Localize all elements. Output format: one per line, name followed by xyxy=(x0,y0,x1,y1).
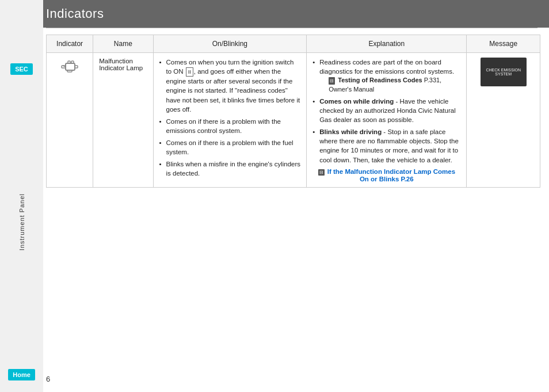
explanation-item-3: Blinks while driving - Stop in a safe pl… xyxy=(312,127,460,164)
explanation-item-1: Readiness codes are part of the on board… xyxy=(312,58,460,94)
svg-rect-2 xyxy=(75,66,78,68)
header-divider xyxy=(46,28,537,28)
inline-ii-box: II xyxy=(186,67,193,77)
ref-icon-2: ⊟ xyxy=(318,169,325,176)
on-blinking-item-3: Comes on if there is a problem with the … xyxy=(159,138,301,157)
header-bar: Indicators xyxy=(0,0,549,28)
explanation-item-2: Comes on while driving - Have the vehicl… xyxy=(312,97,460,124)
svg-rect-3 xyxy=(68,61,70,63)
on-blinking-list: Comes on when you turn the ignition swit… xyxy=(159,58,301,178)
col-header-name: Name xyxy=(93,35,153,53)
message-line1: CHECK EMISSION xyxy=(486,68,521,72)
on-blinking-cell: Comes on when you turn the ignition swit… xyxy=(153,53,307,188)
main-content: Indicator Name On/Blinking Explanation M… xyxy=(46,35,540,369)
engine-icon xyxy=(59,62,81,79)
on-blinking-item-2: Comes on if there is a problem with the … xyxy=(159,117,301,135)
table-row: Malfunction Indicator Lamp Comes on when… xyxy=(47,53,540,188)
svg-rect-4 xyxy=(71,61,74,63)
page-title: Indicators xyxy=(46,6,104,21)
ref-icon-1: ⊟ xyxy=(329,77,335,85)
comes-on-label: Comes on while driving xyxy=(319,98,394,105)
indicator-name: Malfunction Indicator Lamp xyxy=(99,58,143,71)
message-line2: SYSTEM xyxy=(486,72,521,76)
malfunction-link-container: ⊟ If the Malfunction Indicator Lamp Come… xyxy=(312,168,460,182)
indicator-cell xyxy=(47,53,93,188)
col-header-on-blinking: On/Blinking xyxy=(153,35,307,53)
message-cell: CHECK EMISSION SYSTEM xyxy=(467,53,540,188)
col-header-message: Message xyxy=(467,35,540,53)
blinks-while-label: Blinks while driving xyxy=(319,128,382,135)
name-cell: Malfunction Indicator Lamp xyxy=(93,53,153,188)
testing-readiness-label: Testing of Readiness Codes xyxy=(338,77,422,83)
svg-rect-0 xyxy=(66,63,75,70)
malfunction-link[interactable]: If the Malfunction Indicator Lamp Comes … xyxy=(327,168,455,182)
col-header-explanation: Explanation xyxy=(307,35,467,53)
message-image: CHECK EMISSION SYSTEM xyxy=(481,58,527,86)
sub-indent-testing: ⊟ Testing of Readiness Codes P.331, Owne… xyxy=(319,76,460,94)
indicators-table: Indicator Name On/Blinking Explanation M… xyxy=(46,35,540,188)
sidebar-instrument-label: Instrument Panel xyxy=(18,193,25,250)
on-blinking-item-4: Blinks when a misfire in the engine's cy… xyxy=(159,159,301,178)
explanation-cell: Readiness codes are part of the on board… xyxy=(307,53,467,188)
page-number: 6 xyxy=(46,375,50,383)
on-blinking-item-1: Comes on when you turn the ignition swit… xyxy=(159,58,301,114)
col-header-indicator: Indicator xyxy=(47,35,93,53)
sidebar-home-badge[interactable]: Home xyxy=(8,369,35,380)
explanation-list: Readiness codes are part of the on board… xyxy=(312,58,460,165)
sidebar: SEC Instrument Panel Home xyxy=(0,0,43,392)
svg-rect-8 xyxy=(67,70,72,72)
message-text: CHECK EMISSION SYSTEM xyxy=(486,68,521,76)
sidebar-sec-badge[interactable]: SEC xyxy=(10,63,33,75)
